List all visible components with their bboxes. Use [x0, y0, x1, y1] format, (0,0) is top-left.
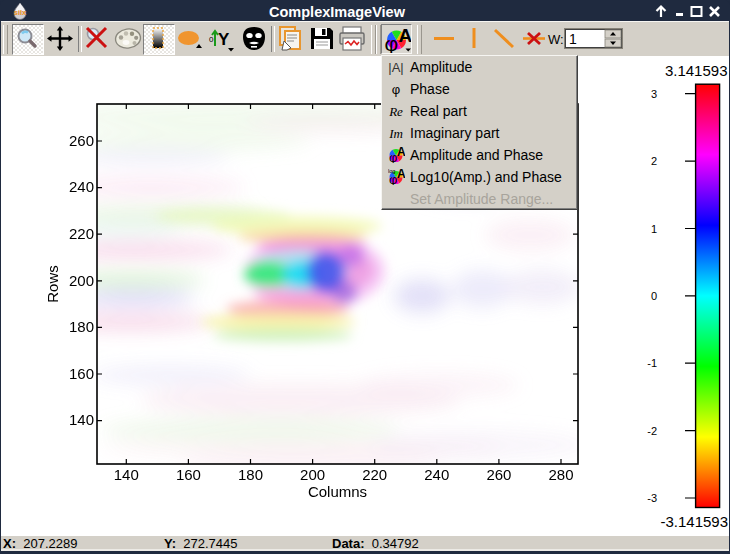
svg-text:240: 240	[424, 466, 449, 483]
svg-text:140: 140	[69, 411, 94, 428]
svg-text:A: A	[397, 168, 405, 181]
svg-text:180: 180	[69, 318, 94, 335]
svg-text:160: 160	[69, 365, 94, 382]
svg-text:φ: φ	[385, 32, 399, 53]
svg-text:Y: Y	[218, 30, 230, 49]
svg-text:φ: φ	[389, 172, 397, 185]
svg-text:140: 140	[114, 466, 139, 483]
svg-text:0: 0	[209, 35, 214, 44]
svg-text:1: 1	[569, 31, 577, 47]
svg-text:A: A	[397, 146, 405, 159]
svg-text:280: 280	[548, 466, 573, 483]
svg-text:260: 260	[69, 132, 94, 149]
svg-text:200: 200	[300, 466, 325, 483]
svg-text:260: 260	[486, 466, 511, 483]
svg-text:160: 160	[176, 466, 201, 483]
svg-text:220: 220	[69, 225, 94, 242]
svg-text:2: 2	[651, 155, 657, 167]
svg-text:240: 240	[69, 178, 94, 195]
svg-text:3: 3	[651, 88, 657, 100]
svg-text:180: 180	[238, 466, 263, 483]
svg-text:-1: -1	[647, 357, 657, 369]
svg-text:3.141593: 3.141593	[665, 62, 728, 79]
svg-text:Columns: Columns	[308, 483, 367, 500]
svg-text:220: 220	[362, 466, 387, 483]
svg-text:-2: -2	[647, 425, 657, 437]
svg-text:-3: -3	[647, 492, 657, 504]
svg-text:A: A	[399, 25, 412, 46]
svg-text:0: 0	[651, 290, 657, 302]
svg-text:Rows: Rows	[44, 265, 61, 303]
svg-text:1: 1	[651, 223, 657, 235]
svg-text:200: 200	[69, 272, 94, 289]
svg-text:-3.141593: -3.141593	[660, 513, 728, 530]
svg-text:φ: φ	[389, 150, 397, 163]
